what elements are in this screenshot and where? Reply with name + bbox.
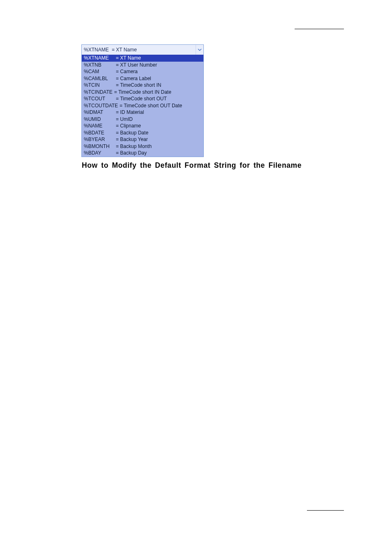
option-desc: = TimeCode short OUT bbox=[116, 96, 203, 102]
option-desc: = TimeCode short IN Date bbox=[114, 89, 203, 95]
option-code: %IDMAT bbox=[84, 109, 116, 116]
option-code: %TCOUTDATE bbox=[84, 103, 118, 109]
top-divider bbox=[295, 29, 344, 29]
option-code: %CAMLBL bbox=[84, 76, 116, 82]
option-code: %NAME bbox=[84, 123, 116, 129]
dropdown-option[interactable]: %TCINDATE= TimeCode short IN Date bbox=[82, 89, 203, 96]
option-desc: = Clipname bbox=[116, 123, 203, 129]
dropdown-option[interactable]: %CAMLBL= Camera Label bbox=[82, 75, 203, 82]
option-desc: = Backup Month bbox=[116, 143, 203, 150]
dropdown-option[interactable]: %IDMAT= ID Material bbox=[82, 109, 203, 116]
option-desc: = XT Name bbox=[116, 55, 203, 61]
selected-code: %XTNAME bbox=[84, 47, 112, 53]
dropdown-option[interactable]: %TCOUTDATE= TimeCode short OUT Date bbox=[82, 102, 203, 109]
option-desc: = XT User Number bbox=[116, 62, 203, 68]
option-code: %BMONTH bbox=[84, 143, 116, 150]
option-desc: = Backup Year bbox=[116, 136, 203, 143]
option-desc: = TimeCode short IN bbox=[116, 82, 203, 88]
dropdown-option[interactable]: %CAM= Camera bbox=[82, 68, 203, 75]
option-code: %TCINDATE bbox=[84, 89, 113, 95]
option-desc: = UmID bbox=[116, 116, 203, 123]
option-desc: = ID Material bbox=[116, 109, 203, 116]
option-code: %BYEAR bbox=[84, 136, 116, 143]
dropdown-option[interactable]: %NAME= Clipname bbox=[82, 123, 203, 130]
option-code: %CAM bbox=[84, 69, 116, 75]
option-code: %BDAY bbox=[84, 150, 116, 156]
dropdown-option[interactable]: %TCIN= TimeCode short IN bbox=[82, 82, 203, 89]
dropdown-option[interactable]: %XTNAME= XT Name bbox=[82, 55, 203, 62]
option-desc: = TimeCode short OUT Date bbox=[120, 103, 203, 109]
option-code: %XTNB bbox=[84, 62, 116, 68]
selected-desc: = XT Name bbox=[112, 47, 196, 53]
format-token-dropdown[interactable]: %XTNAME = XT Name %XTNAME= XT Name%XTNB=… bbox=[81, 44, 204, 157]
dropdown-option[interactable]: %BDAY= Backup Day bbox=[82, 150, 203, 157]
dropdown-option[interactable]: %BMONTH= Backup Month bbox=[82, 143, 203, 150]
chevron-down-icon[interactable] bbox=[196, 45, 203, 55]
dropdown-option[interactable]: %BDATE= Backup Date bbox=[82, 130, 203, 136]
option-code: %TCOUT bbox=[84, 96, 116, 102]
option-code: %XTNAME bbox=[84, 55, 116, 61]
option-code: %TCIN bbox=[84, 82, 116, 88]
dropdown-option[interactable]: %BYEAR= Backup Year bbox=[82, 136, 203, 143]
option-code: %BDATE bbox=[84, 130, 116, 136]
bottom-divider bbox=[307, 510, 344, 511]
dropdown-option[interactable]: %TCOUT= TimeCode short OUT bbox=[82, 95, 203, 102]
option-desc: = Camera Label bbox=[116, 76, 203, 82]
option-desc: = Backup Date bbox=[116, 130, 203, 136]
dropdown-option[interactable]: %XTNB= XT User Number bbox=[82, 62, 203, 69]
section-heading: How to Modify the Default Format String … bbox=[82, 161, 302, 170]
dropdown-list: %XTNAME= XT Name%XTNB= XT User Number%CA… bbox=[82, 55, 203, 157]
dropdown-selected[interactable]: %XTNAME = XT Name bbox=[82, 45, 203, 55]
dropdown-option[interactable]: %UMID= UmID bbox=[82, 116, 203, 123]
option-code: %UMID bbox=[84, 116, 116, 123]
option-desc: = Camera bbox=[116, 69, 203, 75]
option-desc: = Backup Day bbox=[116, 150, 203, 156]
